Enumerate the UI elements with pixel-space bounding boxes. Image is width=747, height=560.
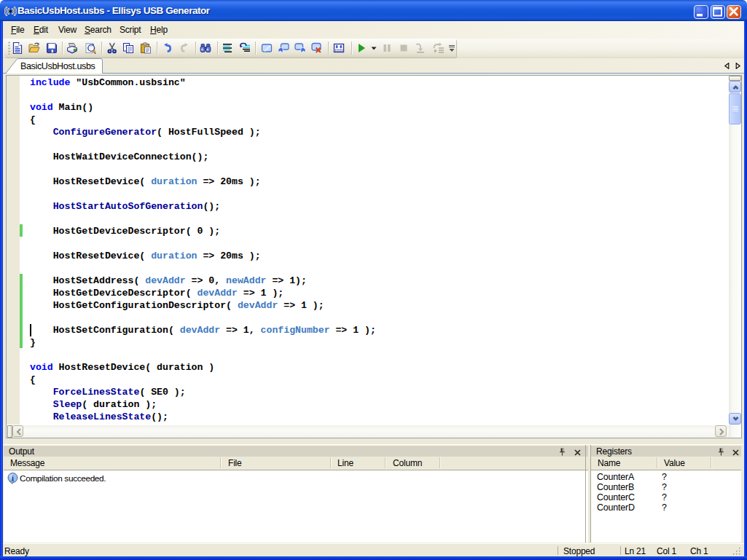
svg-text:i: i: [12, 474, 14, 482]
